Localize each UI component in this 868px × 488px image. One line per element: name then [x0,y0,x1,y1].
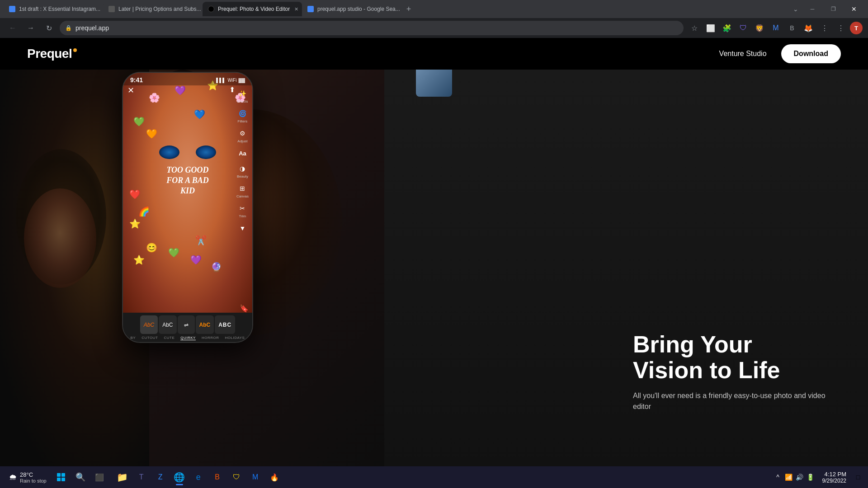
window-controls: ─ ❐ ✕ [802,2,864,16]
tray-volume-icon[interactable]: 🔊 [795,473,804,482]
weather-info: 28°C Rain to stop [20,471,47,483]
style-label-quirky[interactable]: QUIRKY [180,336,196,340]
weather-widget[interactable]: 🌧 28°C Rain to stop [5,471,50,483]
hero-text-block: Bring Your Vision to Life All you'll eve… [633,332,841,412]
download-button[interactable]: Download [781,44,841,63]
style-label-cutout[interactable]: CUTOUT [142,336,158,340]
style-label-horror[interactable]: HORROR [202,336,219,340]
tab-4-favicon [307,6,314,12]
tab-4[interactable]: prequel.app studio - Google Sea... ✕ [302,2,401,16]
taskbar-app-misc[interactable]: 🔥 [265,468,283,486]
teams-icon: T [139,473,144,481]
weather-temp: 28°C [20,471,47,478]
filters-toolbar-item[interactable]: 🌀 Filters [235,106,250,125]
taskbar-app-zoom[interactable]: Z [151,468,170,486]
bookmark-star-button[interactable]: ☆ [687,21,702,35]
notification-icon[interactable]: □ [854,473,863,482]
restore-button[interactable]: ❐ [823,2,844,16]
tab-list-button[interactable]: ⌄ [789,3,802,15]
phone-screen-close[interactable]: ✕ [127,85,134,95]
text-tab-5[interactable]: ABC [215,315,235,334]
extensions-button[interactable]: 🧩 [720,21,734,35]
brave-icon: B [215,473,220,481]
text-tab-3[interactable]: ⇌ [178,315,195,334]
minimize-button[interactable]: ─ [802,2,823,16]
system-clock[interactable]: 4:12 PM 9/29/2022 [819,471,850,484]
text-tab-2[interactable]: AbC [159,315,176,334]
weather-desc: Rain to stop [20,478,47,483]
text-tab-1[interactable]: AbC [140,315,158,334]
bookmark-icon[interactable]: 🔖 [240,304,249,313]
ext-brave2-button[interactable]: B [785,21,799,35]
sticker-6: 💚 [133,116,145,127]
text-tab-4[interactable]: AbC [196,315,214,334]
tab-1-label: 1st draft : X Essential Instagram... [19,6,100,12]
taskbar-app-meta[interactable]: M [246,468,264,486]
top-center-thumbnail [416,70,452,97]
taskbar-app-edge[interactable]: e [189,468,208,486]
tab-3-label: Prequel: Photo & Video Editor [218,6,290,12]
tab-3-close[interactable]: ✕ [293,5,299,13]
profile-button[interactable]: T [850,22,863,34]
adjust-toolbar-item[interactable]: ⚙ Adjust [235,126,250,145]
trim-toolbar-item[interactable]: ✂ Trim [235,201,250,220]
venture-studio-link[interactable]: Venture Studio [719,50,767,58]
taskbar-pinned-apps: 📁 T Z 🌐 e B 🛡 M 🔥 [113,468,283,486]
ext-mail-button[interactable]: M [769,21,783,35]
tab-2[interactable]: Later | Pricing Options and Subs... ✕ [103,2,203,16]
settings-button[interactable]: ⋮ [834,21,848,35]
style-label-cute[interactable]: CUTE [164,336,175,340]
hero-title: Bring Your Vision to Life [633,332,841,383]
tab-bar: 1st draft : X Essential Instagram... ✕ L… [0,0,868,18]
ext-metamask-button[interactable]: 🦊 [801,21,816,35]
tray-battery-icon[interactable]: 🔋 [806,473,815,482]
ext-shield-button[interactable]: 🛡 [736,21,750,35]
prequel-logo[interactable]: Prequel [27,47,77,61]
canvas-toolbar-item[interactable]: ⊞ Canvas [235,181,250,200]
tab-1[interactable]: 1st draft : X Essential Instagram... ✕ [4,2,103,16]
ext-brave-button[interactable]: 🦁 [752,21,767,35]
more-toolbar-item[interactable]: ▼ [235,221,250,235]
new-tab-button[interactable]: + [401,2,416,16]
taskbar-app-explorer[interactable]: 📁 [113,468,132,486]
sticker-3: 🌸 [149,92,160,103]
ext-more-button[interactable]: ⋮ [817,21,832,35]
tray-wifi-icon[interactable]: 📶 [784,473,793,482]
back-button[interactable]: ← [5,21,20,35]
phone-photo-content: TOO GOOD FOR A BAD KiD 💜 ⭐ 🌸 🌸 💙 💚 🌈 ⭐ ❤… [123,73,252,315]
phone-status-icons: ▌▌▌ WiFi ▓▓ [216,78,245,83]
style-label-by[interactable]: BY [131,336,136,340]
tab-bar-controls: ⌄ [789,3,802,15]
forward-button[interactable]: → [24,21,38,35]
taskview-button[interactable]: ⬛ [91,469,108,486]
prequel-header: Prequel Venture Studio Download [0,38,868,70]
effects-toolbar-item[interactable]: ✨ Effects [235,86,250,105]
taskbar-app-brave[interactable]: B [208,468,226,486]
tray-chevron[interactable]: ^ [774,473,783,482]
reload-button[interactable]: ↻ [42,21,56,35]
cast-button[interactable]: ⬜ [703,21,718,35]
taskbar-app-teams[interactable]: T [132,468,151,486]
misc-icon: 🔥 [270,473,279,482]
tab-3-favicon [208,6,214,12]
sticker-purple: 🔮 [211,262,222,272]
canvas-label: Canvas [236,194,249,198]
taskbar-search-button[interactable]: 🔍 [72,469,89,486]
logo-cell-4 [61,478,65,481]
tab-3[interactable]: Prequel: Photo & Video Editor ✕ [203,2,302,16]
taskbar-app-chrome[interactable]: 🌐 [170,468,189,486]
address-bar[interactable]: 🔒 prequel.app [60,21,684,35]
text-toolbar-item[interactable]: Aa [235,146,250,160]
lock-icon: 🔒 [65,25,72,31]
close-button[interactable]: ✕ [844,2,864,16]
trim-label: Trim [239,214,246,218]
start-button[interactable] [52,468,70,486]
header-nav: Venture Studio Download [719,44,841,63]
style-label-holidays[interactable]: HOLIDAYS [225,336,245,340]
beauty-icon: ◑ [237,163,248,174]
beauty-label: Beauty [237,174,248,178]
taskbar-app-norton[interactable]: 🛡 [227,468,245,486]
beauty-toolbar-item[interactable]: ◑ Beauty [235,161,250,180]
sticker-smiley: 😊 [146,242,157,253]
url-display: prequel.app [75,24,678,32]
